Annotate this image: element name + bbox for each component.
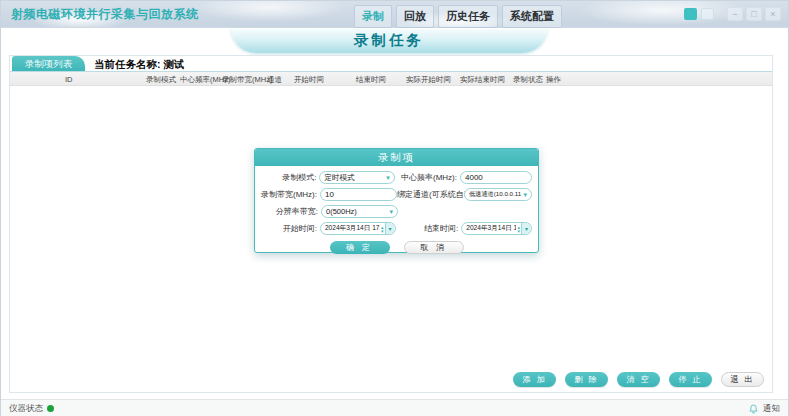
app-title: 射频电磁环境并行采集与回放系统 (11, 6, 199, 23)
tab-record-item-list[interactable]: 录制项列表 (12, 56, 85, 71)
record-mode-label: 录制模式: (261, 172, 316, 183)
status-ok-dot-icon (47, 405, 54, 412)
chevron-down-icon: ▾ (523, 188, 527, 201)
column-header-end-time: 结束时间 (356, 72, 386, 87)
task-name-label: 当前任务名称: (94, 58, 161, 70)
end-time-label: 结束时间: (396, 223, 459, 234)
main-menu: 录制 回放 历史任务 系统配置 (354, 5, 562, 28)
end-time-spinner[interactable]: ▴▾ (517, 225, 520, 233)
channel-binding-label: 绑定通道(可系统自动): (397, 189, 461, 200)
maximize-button[interactable]: □ (746, 7, 762, 21)
record-mode-value: 定时模式 (324, 173, 384, 183)
form-row-3: 分辨率带宽: 0(500Hz) ▾ (261, 203, 532, 220)
column-header-record-mode: 录制模式 (146, 72, 176, 87)
notification-area[interactable]: 通知 (748, 403, 780, 415)
form-row-4: 开始时间: 2024年3月14日 17:50:04 ▴▾ ▾ 结束时间: 202… (261, 220, 532, 237)
column-header-channel: 通道 (267, 72, 282, 87)
clear-button[interactable]: 清 空 (617, 372, 660, 387)
close-button[interactable]: × (765, 7, 781, 21)
cancel-button[interactable]: 取 消 (404, 241, 464, 254)
bandwidth-label: 录制带宽(MHz): (261, 189, 317, 200)
panel-top-row: 录制项列表 当前任务名称: 测试 (10, 56, 772, 71)
form-row-1: 录制模式: 定时模式 ▾ 中心频率(MHz): (261, 169, 532, 186)
app-window: 射频电磁环境并行采集与回放系统 录制 回放 历史任务 系统配置 − □ × 录制… (0, 0, 789, 416)
exit-button[interactable]: 退 出 (721, 372, 764, 387)
column-header-bandwidth: 录制带宽(MHz) (222, 72, 272, 87)
column-header-operation: 操作 (546, 72, 561, 87)
start-time-label: 开始时间: (261, 223, 317, 234)
menu-item-history-tasks[interactable]: 历史任务 (438, 5, 498, 28)
channel-binding-select[interactable]: 低速通道(10.0.0.117 , RFC5) ▾ (464, 188, 532, 201)
center-frequency-label: 中心频率(MHz): (395, 172, 457, 183)
column-header-actual-end-time: 实际结束时间 (460, 72, 505, 87)
spinner-down-icon[interactable]: ▾ (517, 229, 520, 233)
delete-button[interactable]: 删 除 (565, 372, 608, 387)
dialog-body: 录制模式: 定时模式 ▾ 中心频率(MHz): 录制带宽(MHz): 绑定通道(… (255, 166, 538, 254)
chevron-down-icon: ▾ (389, 205, 393, 218)
start-time-value: 2024年3月14日 17:50:04 (325, 224, 380, 233)
minimize-button[interactable]: − (727, 7, 743, 21)
task-name-value: 测试 (163, 58, 184, 70)
table-header: ID 录制模式 中心频率(MHz) 录制带宽(MHz) 通道 开始时间 结束时间… (10, 71, 772, 86)
page-banner: 录制任务 (231, 28, 547, 53)
end-time-value: 2024年3月14日 17:55:04 (466, 224, 516, 233)
chevron-down-icon: ▾ (525, 225, 528, 232)
confirm-button[interactable]: 确 定 (330, 241, 390, 254)
chevron-down-icon: ▾ (386, 171, 390, 184)
spinner-down-icon[interactable]: ▾ (381, 229, 384, 233)
titlebar-right: − □ × (684, 7, 781, 21)
bell-icon (748, 403, 759, 415)
chevron-down-icon: ▾ (389, 225, 392, 232)
dialog-button-row: 确 定 取 消 (261, 241, 532, 254)
indicator-icon (701, 8, 714, 20)
center-frequency-input[interactable] (460, 171, 532, 184)
channel-binding-value: 低速通道(10.0.0.117 , RFC5) (469, 190, 521, 199)
column-header-record-status: 录制状态 (513, 72, 543, 87)
end-time-calendar-button[interactable]: ▾ (521, 222, 531, 235)
add-button[interactable]: 添 加 (513, 372, 556, 387)
menu-item-playback[interactable]: 回放 (396, 5, 434, 28)
resolution-bandwidth-label: 分辨率带宽: (261, 206, 318, 217)
window-controls: − □ × (727, 7, 781, 21)
teal-status-swatch-icon (684, 8, 697, 20)
record-item-dialog: 录制项 录制模式: 定时模式 ▾ 中心频率(MHz): 录制带宽(MHz): 绑… (254, 148, 539, 253)
stop-button[interactable]: 停 止 (669, 372, 712, 387)
notification-label: 通知 (763, 403, 780, 415)
end-time-picker[interactable]: 2024年3月14日 17:55:04 ▴▾ ▾ (461, 222, 532, 235)
column-header-actual-start-time: 实际开始时间 (406, 72, 451, 87)
start-time-spinner[interactable]: ▴▾ (381, 225, 384, 233)
dialog-title: 录制项 (255, 149, 538, 166)
form-row-2: 录制带宽(MHz): 绑定通道(可系统自动): 低速通道(10.0.0.117 … (261, 186, 532, 203)
device-status: 仪器状态 (9, 403, 54, 415)
footer-button-bar: 添 加 删 除 清 空 停 止 退 出 (513, 372, 764, 387)
page-title: 录制任务 (354, 31, 424, 50)
start-time-picker[interactable]: 2024年3月14日 17:50:04 ▴▾ ▾ (320, 222, 396, 235)
resolution-bandwidth-value: 0(500Hz) (326, 207, 387, 216)
column-header-start-time: 开始时间 (294, 72, 324, 87)
titlebar: 射频电磁环境并行采集与回放系统 录制 回放 历史任务 系统配置 − □ × (1, 1, 788, 28)
resolution-bandwidth-select[interactable]: 0(500Hz) ▾ (321, 205, 398, 218)
menu-item-record[interactable]: 录制 (354, 5, 392, 28)
record-mode-select[interactable]: 定时模式 ▾ (319, 171, 394, 184)
start-time-calendar-button[interactable]: ▾ (385, 222, 395, 235)
status-bar: 仪器状态 通知 (1, 399, 788, 416)
device-status-label: 仪器状态 (9, 403, 43, 415)
menu-item-system-config[interactable]: 系统配置 (502, 5, 562, 28)
bandwidth-input[interactable] (320, 188, 397, 201)
current-task: 当前任务名称: 测试 (94, 58, 184, 72)
column-header-id: ID (65, 72, 73, 87)
